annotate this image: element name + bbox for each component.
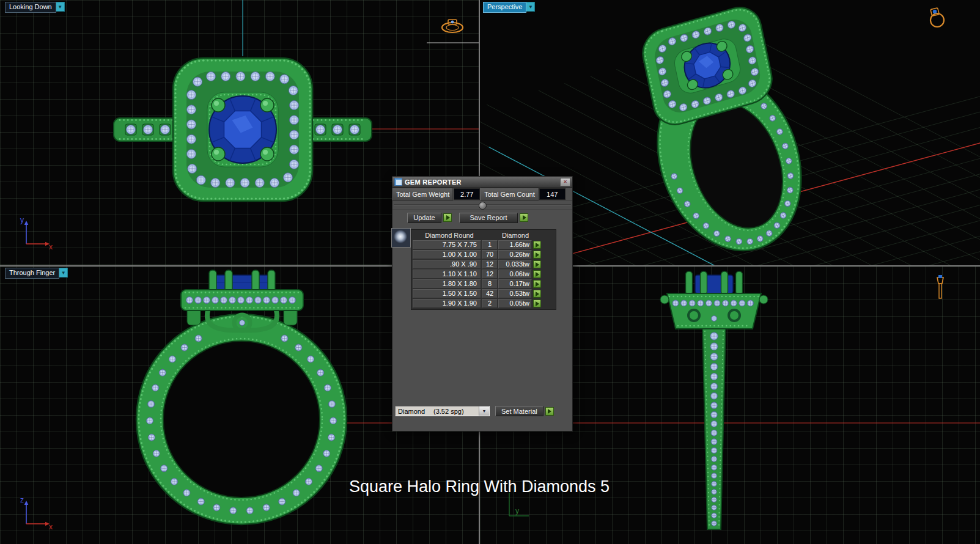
total-gem-count-value: 147 [539,188,566,200]
gem-table-row[interactable]: 1.90 X 1.9020.05tw [413,299,554,308]
dialog-titlebar[interactable]: GEM REPORTER ✕ [392,177,572,188]
material-name: Diamond [398,408,425,415]
ring-corner-icon [438,17,467,34]
gem-count: 1 [482,240,498,249]
viewport-menu-arrow-icon[interactable]: ▼ [526,2,535,12]
gem-count: 2 [482,299,498,308]
gem-weight: 0.06tw [498,270,532,279]
save-report-go-button[interactable] [520,213,528,222]
svg-text:x: x [49,523,53,529]
dialog-buttons-row: Update Save Report [392,210,572,226]
material-detail: (3.52 spg) [433,408,464,415]
update-button[interactable]: Update [407,213,441,223]
gem-table-header: Diamond Round Diamond [413,230,554,240]
gem-reporter-icon [394,178,402,186]
gem-table-row[interactable]: 1.80 X 1.8080.17tw [413,279,554,289]
gem-weight: 1.66tw [498,240,532,249]
dropdown-arrow-icon[interactable]: ▼ [479,406,489,416]
svg-text:x: x [49,243,53,249]
gem-size: 1.10 X 1.10 [413,270,481,279]
gem-thumbnail[interactable] [391,228,411,248]
material-dropdown[interactable]: Diamond (3.52 spg) ▼ [395,406,490,416]
gem-size: .90 X .90 [413,260,481,269]
gem-size: 1.50 X 1.50 [413,289,481,298]
collapse-strip [392,201,572,210]
gem-size: 7.75 X 7.75 [413,240,481,249]
gem-size: 1.80 X 1.80 [413,279,481,289]
gem-table-row[interactable]: .90 X .90120.033tw [413,260,554,269]
gem-size: 1.00 X 1.00 [413,250,481,259]
row-go-button[interactable] [533,251,541,259]
total-gem-weight-label: Total Gem Weight [392,188,453,200]
col-header-diamond: Diamond [486,232,545,239]
set-material-button[interactable]: Set Material [495,406,543,416]
gem-stats-row: Total Gem Weight 2.77 Total Gem Count 14… [392,188,572,201]
gem-weight: 0.53tw [498,289,532,298]
col-header-diamond-round: Diamond Round [413,232,486,239]
row-go-button[interactable] [533,300,541,307]
gem-weight: 0.26tw [498,250,532,259]
update-go-button[interactable] [443,213,452,222]
gem-table-row[interactable]: 1.00 X 1.00700.26tw [413,250,554,259]
gem-table-row[interactable]: 7.75 X 7.7511.66tw [413,240,554,249]
viewport-menu-arrow-icon[interactable]: ▼ [56,2,65,12]
gem-table: Diamond Round Diamond 7.75 X 7.7511.66tw… [411,229,556,310]
save-report-button[interactable]: Save Report [459,213,518,223]
gem-count: 42 [482,289,498,298]
gem-count: 70 [482,250,498,259]
gem-count: 8 [482,279,498,289]
axis-indicator: y x [18,215,56,249]
dialog-title: GEM REPORTER [405,178,462,186]
gem-count: 12 [482,270,498,279]
gem-weight: 0.05tw [498,299,532,308]
gem-weight: 0.033tw [498,260,532,269]
total-gem-weight-value: 2.77 [454,188,480,200]
row-go-button[interactable] [533,260,541,268]
gem-reporter-dialog: GEM REPORTER ✕ Total Gem Weight 2.77 Tot… [392,176,573,432]
app-window: Looking Down ▼ y x Perspective ▼ [0,0,980,544]
svg-text:y: y [515,507,519,515]
gem-weight: 0.17tw [498,279,532,289]
row-go-button[interactable] [533,241,541,249]
ring-corner-icon [926,6,948,29]
material-row: Diamond (3.52 spg) ▼ Set Material [395,406,570,416]
gem-count: 12 [482,260,498,269]
viewport-menu-arrow-icon[interactable]: ▼ [59,268,68,278]
set-material-go-button[interactable] [545,407,554,416]
svg-text:z: z [20,496,24,504]
caption: Square Halo Ring With Diamonds 5 [349,477,610,496]
row-go-button[interactable] [533,270,541,278]
close-button[interactable]: ✕ [560,178,570,186]
total-gem-count-label: Total Gem Count [481,188,539,200]
row-go-button[interactable] [533,290,541,298]
axis-indicator: z x [18,495,56,529]
gem-size: 1.90 X 1.90 [413,299,481,308]
viewport-label-looking-down[interactable]: Looking Down [5,2,56,13]
viewport-label-perspective[interactable]: Perspective [483,2,526,13]
svg-text:y: y [20,216,24,224]
viewport-label-through-finger[interactable]: Through Finger [5,268,59,279]
gem-table-row[interactable]: 1.50 X 1.50420.53tw [413,289,554,298]
collapse-toggle[interactable] [479,202,487,210]
row-go-button[interactable] [533,280,541,288]
gem-table-row[interactable]: 1.10 X 1.10120.06tw [413,270,554,279]
ring-corner-icon [932,274,948,301]
